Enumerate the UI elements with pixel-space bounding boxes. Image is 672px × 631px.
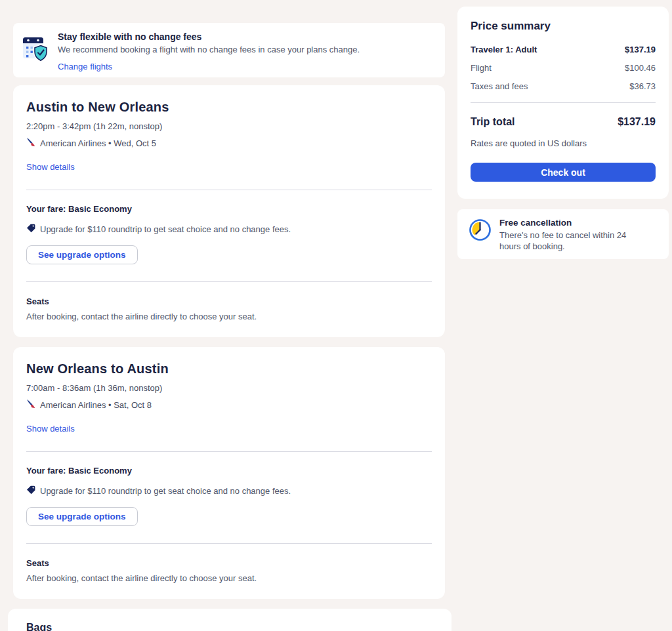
price-row-label: Traveler 1: Adult [471,45,537,54]
bags-title: Bags [26,622,433,631]
banner-title: Stay flexible with no change fees [58,31,360,42]
banner-body: We recommend booking a flight with no ch… [58,45,360,54]
seats-body: After booking, contact the airline direc… [26,312,432,321]
flight-title: New Orleans to Austin [26,361,432,377]
upgrade-row: Upgrade for $110 roundtrip to get seat c… [26,224,432,235]
fare-label: Your fare: Basic Economy [26,466,432,476]
see-upgrade-options-button[interactable]: See upgrade options [26,507,138,526]
free-cancellation-body: There's no fee to cancel within 24 hours… [499,230,640,253]
airline-label: American Airlines • Wed, Oct 5 [40,138,156,148]
trip-total-row: Trip total $137.19 [471,116,656,128]
divider [26,281,432,282]
change-flights-link[interactable]: Change flights [58,62,112,71]
flight-times: 7:00am - 8:36am (1h 36m, nonstop) [26,383,432,393]
cancel-text-block: Free cancellation There's no fee to canc… [499,218,640,251]
airline-label: American Airlines • Sat, Oct 8 [40,400,152,410]
price-row-value: $100.46 [625,63,656,73]
divider [26,451,432,452]
main-column: Stay flexible with no change fees We rec… [13,23,445,631]
show-details-link[interactable]: Show details [26,162,75,172]
flight-title: Austin to New Orleans [26,100,432,115]
american-airlines-logo-icon [26,137,36,149]
tag-icon [26,485,35,497]
right-column: Price summary Traveler 1: Adult $137.19 … [457,7,669,259]
american-airlines-logo-icon [26,399,36,411]
flight-times: 2:20pm - 3:42pm (1h 22m, nonstop) [26,121,432,131]
flight-card-return: New Orleans to Austin 7:00am - 8:36am (1… [13,347,445,599]
divider [471,102,656,103]
trip-total-label: Trip total [471,116,515,128]
price-row-taxes: Taxes and fees $36.73 [471,81,656,91]
seats-title: Seats [26,296,432,306]
tag-icon [26,224,35,235]
upgrade-text: Upgrade for $110 roundtrip to get seat c… [40,224,291,234]
divider [26,543,432,544]
airline-row: American Airlines • Wed, Oct 5 [26,137,432,149]
bags-card: Bags Personal item included Carry-on bag… [8,609,452,631]
price-row-traveler: Traveler 1: Adult $137.19 [471,45,656,54]
free-cancellation-title: Free cancellation [499,218,640,228]
flex-banner: Stay flexible with no change fees We rec… [13,23,445,77]
rates-note: Rates are quoted in US dollars [471,138,656,148]
fare-label: Your fare: Basic Economy [26,204,432,214]
price-summary-title: Price summary [471,20,656,33]
upgrade-row: Upgrade for $110 roundtrip to get seat c… [26,485,432,497]
price-row-value: $137.19 [625,45,656,54]
seats-title: Seats [26,558,432,568]
flight-card-outbound: Austin to New Orleans 2:20pm - 3:42pm (1… [13,85,445,337]
banner-text-block: Stay flexible with no change fees We rec… [58,31,360,69]
divider [26,190,432,190]
trip-total-value: $137.19 [618,116,656,128]
clock-icon [468,218,492,251]
airline-row: American Airlines • Sat, Oct 8 [26,399,432,411]
price-row-flight: Flight $100.46 [471,63,656,73]
price-row-label: Flight [471,63,492,73]
see-upgrade-options-button[interactable]: See upgrade options [26,245,138,264]
check-out-button[interactable]: Check out [471,163,656,182]
show-details-link[interactable]: Show details [26,424,75,434]
price-row-value: $36.73 [629,81,656,91]
calendar-shield-icon [21,33,51,69]
price-summary-card: Price summary Traveler 1: Adult $137.19 … [457,7,669,199]
free-cancellation-card: Free cancellation There's no fee to canc… [457,209,669,259]
price-row-label: Taxes and fees [471,81,528,91]
upgrade-text: Upgrade for $110 roundtrip to get seat c… [40,486,291,496]
seats-body: After booking, contact the airline direc… [26,573,432,583]
